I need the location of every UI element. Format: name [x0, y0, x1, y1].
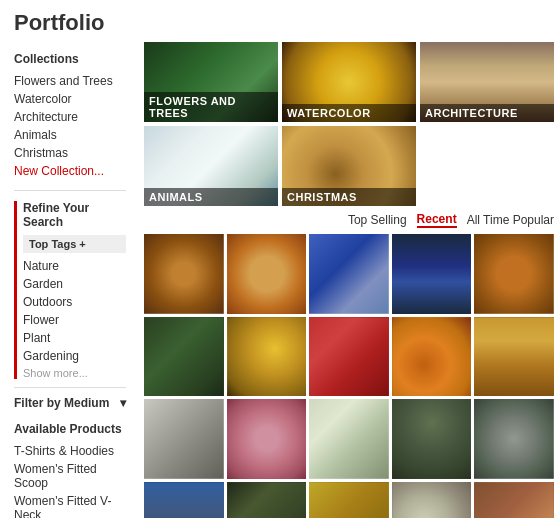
collection-thumb-label-watercolor: WATERCOLOR: [282, 104, 416, 122]
photo-item[interactable]: [144, 317, 224, 397]
show-more-tags[interactable]: Show more...: [23, 367, 126, 379]
top-tags-header[interactable]: Top Tags +: [23, 235, 126, 253]
photo-item[interactable]: [392, 482, 472, 518]
tag-flower[interactable]: Flower: [23, 311, 126, 329]
photo-item[interactable]: [144, 482, 224, 518]
product-womens-vneck[interactable]: Women's Fitted V-Neck: [14, 492, 126, 518]
product-womens-scoop[interactable]: Women's Fitted Scoop: [14, 460, 126, 492]
collection-thumb-architecture[interactable]: ARCHITECTURE: [420, 42, 554, 122]
page-title: Portfolio: [0, 0, 560, 42]
filter-by-medium[interactable]: Filter by Medium ▾: [14, 387, 126, 410]
tag-garden[interactable]: Garden: [23, 275, 126, 293]
photo-item[interactable]: [474, 234, 554, 314]
sidebar: Collections Flowers and Trees Watercolor…: [0, 42, 140, 518]
collection-thumb-christmas[interactable]: CHRISTMAS: [282, 126, 416, 206]
tab-top-selling[interactable]: Top Selling: [348, 213, 407, 227]
photo-item[interactable]: [474, 317, 554, 397]
sidebar-divider: [14, 190, 126, 191]
top-tags-label: Top Tags +: [29, 238, 86, 250]
photo-grid: [144, 234, 554, 518]
photo-item[interactable]: [227, 482, 307, 518]
photo-item[interactable]: [144, 399, 224, 479]
collections-list: Flowers and Trees Watercolor Architectur…: [14, 72, 126, 180]
tag-plant[interactable]: Plant: [23, 329, 126, 347]
photo-item[interactable]: [392, 399, 472, 479]
photo-item[interactable]: [309, 234, 389, 314]
tab-recent[interactable]: Recent: [417, 212, 457, 228]
sidebar-item-watercolor[interactable]: Watercolor: [14, 90, 126, 108]
chevron-down-icon: ▾: [120, 396, 126, 410]
photo-item[interactable]: [474, 399, 554, 479]
refine-title: Refine Your Search: [23, 201, 126, 229]
photo-item[interactable]: [309, 399, 389, 479]
collection-thumb-label-christmas: CHRISTMAS: [282, 188, 416, 206]
collections-grid-row2: ANIMALS CHRISTMAS: [144, 126, 554, 206]
tag-gardening[interactable]: Gardening: [23, 347, 126, 365]
available-products-title: Available Products: [14, 422, 126, 436]
main-layout: Collections Flowers and Trees Watercolor…: [0, 42, 560, 518]
refine-section: Refine Your Search Top Tags + Nature Gar…: [14, 201, 126, 379]
collections-section-title: Collections: [14, 52, 126, 66]
sort-tabs: Top Selling Recent All Time Popular: [144, 212, 554, 228]
photo-item[interactable]: [227, 399, 307, 479]
photo-item[interactable]: [309, 317, 389, 397]
new-collection-link[interactable]: New Collection...: [14, 162, 126, 180]
photo-item[interactable]: [309, 482, 389, 518]
photo-item[interactable]: [227, 317, 307, 397]
product-tshirts[interactable]: T-Shirts & Hoodies: [14, 442, 126, 460]
tag-nature[interactable]: Nature: [23, 257, 126, 275]
tags-list: Nature Garden Outdoors Flower Plant Gard…: [23, 257, 126, 365]
collection-thumb-watercolor[interactable]: WATERCOLOR: [282, 42, 416, 122]
sidebar-item-flowers[interactable]: Flowers and Trees: [14, 72, 126, 90]
photo-item[interactable]: [392, 317, 472, 397]
photo-item[interactable]: [392, 234, 472, 314]
sidebar-item-christmas[interactable]: Christmas: [14, 144, 126, 162]
collections-grid: FLOWERS AND TREES WATERCOLOR ARCHITECTUR…: [144, 42, 554, 122]
collection-thumb-label-flowers: FLOWERS AND TREES: [144, 92, 278, 122]
collection-thumb-label-animals: ANIMALS: [144, 188, 278, 206]
tab-all-time-popular[interactable]: All Time Popular: [467, 213, 554, 227]
sidebar-item-animals[interactable]: Animals: [14, 126, 126, 144]
filter-medium-label: Filter by Medium: [14, 396, 109, 410]
main-content: FLOWERS AND TREES WATERCOLOR ARCHITECTUR…: [140, 42, 560, 518]
photo-item[interactable]: [144, 234, 224, 314]
collection-thumb-flowers[interactable]: FLOWERS AND TREES: [144, 42, 278, 122]
sidebar-item-architecture[interactable]: Architecture: [14, 108, 126, 126]
collection-thumb-label-architecture: ARCHITECTURE: [420, 104, 554, 122]
products-list: T-Shirts & Hoodies Women's Fitted Scoop …: [14, 442, 126, 518]
photo-item[interactable]: [227, 234, 307, 314]
photo-item[interactable]: [474, 482, 554, 518]
collection-thumb-animals[interactable]: ANIMALS: [144, 126, 278, 206]
tag-outdoors[interactable]: Outdoors: [23, 293, 126, 311]
